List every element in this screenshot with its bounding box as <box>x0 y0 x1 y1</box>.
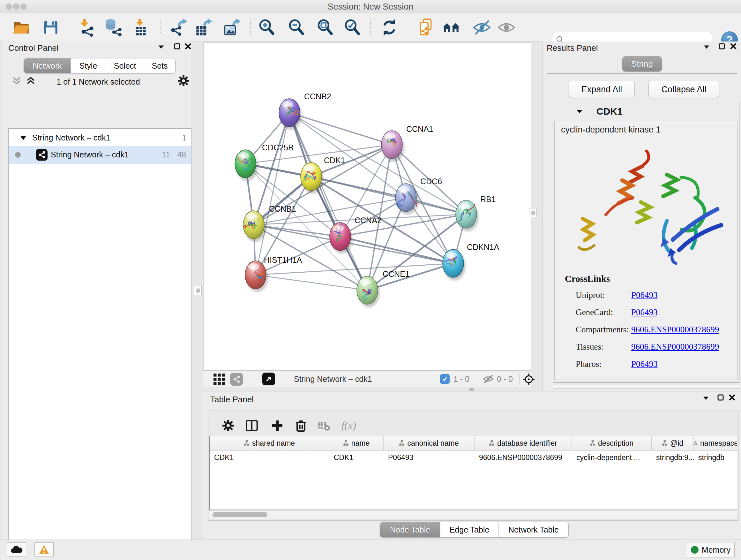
add-column-button[interactable] <box>270 418 285 433</box>
tab-network-table[interactable]: Network Table <box>499 522 568 537</box>
apply-preferred-layout-button[interactable] <box>379 17 400 38</box>
node-CDC25B[interactable] <box>235 150 258 181</box>
table-cell[interactable]: P06493 <box>384 450 475 465</box>
column-header--id[interactable]: @id <box>652 436 694 450</box>
export-network-button[interactable] <box>169 17 189 38</box>
edge-CDK1-CCNA1[interactable] <box>311 145 392 177</box>
results-panel-close-button[interactable] <box>729 42 738 51</box>
crosslink-value-link[interactable]: P06493 <box>631 359 658 369</box>
delete-table-button[interactable] <box>316 418 332 433</box>
crosslink-value-link[interactable]: P06493 <box>631 307 658 317</box>
edge-CCNE1-HIST1H1A[interactable] <box>256 275 367 290</box>
network-row-selected[interactable]: String Network – cdk1 11 48 <box>9 146 191 164</box>
tab-node-table[interactable]: Node Table <box>380 522 441 537</box>
string-view-button[interactable] <box>230 373 243 386</box>
zoom-in-button[interactable] <box>257 17 277 38</box>
node-CCNA2[interactable] <box>330 223 353 254</box>
right-splitter-handle[interactable] <box>529 208 537 217</box>
node-HIST1H1A[interactable] <box>245 261 268 292</box>
crosslink-value-link[interactable]: 9606.ENSP00000378699 <box>631 342 719 352</box>
column-header-description[interactable]: description <box>572 436 652 450</box>
birdseye-view-button[interactable] <box>213 374 225 386</box>
zoom-selected-button[interactable] <box>342 17 362 38</box>
edge-CDC25B-CDC6[interactable] <box>246 164 406 198</box>
column-header-database-identifier[interactable]: database identifier <box>475 436 572 450</box>
crosslink-value-link[interactable]: P06493 <box>631 290 658 300</box>
results-panel-float-button[interactable] <box>718 42 726 51</box>
table-panel-close-button[interactable] <box>728 393 736 401</box>
protein-card-header[interactable]: CDK1 <box>553 102 739 121</box>
zoom-out-button[interactable] <box>286 17 307 38</box>
function-builder-button[interactable]: f(x) <box>341 418 356 433</box>
export-table-button[interactable] <box>193 17 214 38</box>
table-cell[interactable]: 9606.ENSP00000378699 <box>475 450 572 465</box>
cloud-status-button[interactable] <box>7 543 26 557</box>
hide-selected-button[interactable] <box>472 17 492 38</box>
clone-network-button[interactable] <box>416 17 436 38</box>
save-session-button[interactable] <box>41 17 61 38</box>
import-network-from-database-button[interactable] <box>103 17 124 38</box>
show-all-button[interactable] <box>441 17 462 38</box>
import-table-from-file-button[interactable] <box>130 17 151 38</box>
collapse-all-networks-button[interactable] <box>11 76 22 87</box>
edge-CCNB2-CCNA1[interactable] <box>289 113 392 145</box>
network-collection-row[interactable]: String Network – cdk1 1 <box>9 130 191 146</box>
eye-slash-icon <box>473 18 491 37</box>
table-panel-float-button[interactable] <box>717 393 725 401</box>
tab-edge-table[interactable]: Edge Table <box>441 522 499 537</box>
scrollbar-thumb[interactable] <box>212 512 267 517</box>
network-options-button[interactable] <box>178 75 190 88</box>
table-settings-button[interactable] <box>220 418 236 433</box>
export-image-button[interactable] <box>222 17 242 38</box>
node-CCNE1[interactable] <box>357 276 380 307</box>
delete-column-button[interactable] <box>293 418 309 433</box>
table-cell[interactable]: cyclin-dependent ... <box>572 450 652 465</box>
show-graphics-details-button[interactable] <box>496 17 517 38</box>
tab-network[interactable]: Network <box>24 58 71 73</box>
control-panel-close-button[interactable] <box>184 42 192 51</box>
table-cell[interactable]: CDK1 <box>329 450 384 465</box>
import-network-from-file-button[interactable] <box>77 17 97 38</box>
collapse-all-button[interactable]: Collapse All <box>649 81 719 98</box>
selected-checkbox[interactable] <box>440 374 450 384</box>
table-cell[interactable]: stringdb <box>694 450 737 465</box>
column-header-name[interactable]: name <box>329 436 384 450</box>
network-canvas[interactable]: CCNB2CCNA1CDC25BCDK1CDC6RB1CCNB1CCNA2CDK… <box>204 43 531 371</box>
control-panel-menu-button[interactable] <box>157 43 165 51</box>
expand-all-button[interactable]: Expand All <box>569 81 635 98</box>
open-session-button[interactable] <box>11 17 31 38</box>
column-header-shared-name[interactable]: shared name <box>210 436 329 450</box>
memory-button[interactable]: Memory <box>687 542 735 557</box>
tab-sets[interactable]: Sets <box>144 58 175 73</box>
table-cell[interactable]: CDK1 <box>210 450 329 465</box>
control-panel-float-button[interactable] <box>173 42 181 51</box>
node-RB1[interactable] <box>456 200 479 232</box>
results-panel-menu-button[interactable] <box>702 43 711 51</box>
column-header-canonical-name[interactable]: canonical name <box>384 436 475 450</box>
node-CCNB2[interactable] <box>279 99 302 130</box>
expand-all-networks-button[interactable] <box>25 76 36 87</box>
manage-columns-button[interactable] <box>244 418 259 433</box>
edge-CCNB2-RB1[interactable] <box>289 113 466 214</box>
table-row[interactable]: CDK1CDK1P064939606.ENSP00000378699cyclin… <box>210 450 737 465</box>
warnings-button[interactable] <box>35 543 54 557</box>
results-tab-string[interactable]: String <box>622 56 662 71</box>
dropdown-triangle-icon <box>703 44 710 50</box>
table-horizontal-scrollbar[interactable] <box>209 510 737 518</box>
column-header-namespace[interactable]: namespace <box>694 436 737 450</box>
table-panel-menu-button[interactable] <box>702 394 710 402</box>
results-horizontal-scrollbar[interactable] <box>553 384 740 388</box>
export-image-icon <box>223 18 241 37</box>
fit-content-button[interactable] <box>315 17 335 38</box>
node-CDKN1A[interactable] <box>443 249 466 281</box>
share-network-icon <box>232 375 241 383</box>
tab-style[interactable]: Style <box>71 58 106 73</box>
crosslink-value-link[interactable]: 9606.ENSP00000378699 <box>631 325 719 334</box>
detach-view-button[interactable] <box>262 373 275 385</box>
table-cell[interactable]: stringdb:9... <box>652 450 694 465</box>
network-tree: String Network – cdk1 1 String Network –… <box>8 128 192 560</box>
center-view-button[interactable] <box>522 373 535 387</box>
left-splitter-handle[interactable] <box>194 286 202 295</box>
tab-select[interactable]: Select <box>106 58 144 73</box>
node-CCNB1[interactable] <box>243 211 266 242</box>
